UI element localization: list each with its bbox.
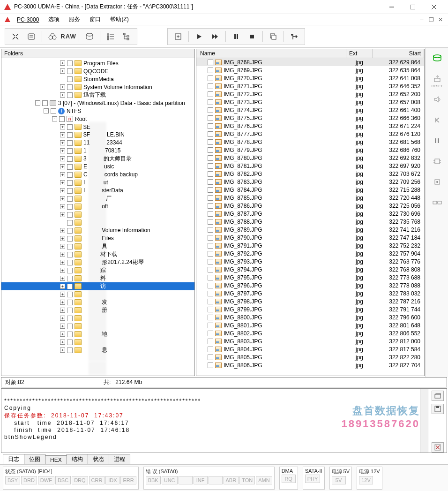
checkbox[interactable] — [208, 171, 213, 177]
checkbox[interactable] — [67, 308, 73, 313]
checkbox[interactable] — [67, 132, 73, 138]
tree-row[interactable]: + 册 — [1, 306, 194, 314]
checkbox[interactable] — [67, 284, 73, 289]
tree-row[interactable]: +E usic — [1, 163, 194, 171]
file-row[interactable]: IMG_8785.JPGjpg322 720 448 — [196, 194, 424, 202]
file-row[interactable]: IMG_8797.JPGjpg322 783 032 — [196, 289, 424, 297]
expand-icon[interactable]: + — [60, 212, 65, 217]
checkbox[interactable] — [208, 163, 213, 169]
tree-row[interactable]: +QQCODE — [1, 67, 194, 75]
expand-icon[interactable]: + — [60, 324, 65, 329]
checkbox[interactable] — [67, 204, 73, 210]
tree-row[interactable]: + oft — [1, 203, 194, 211]
tab-bitmap[interactable]: 位图 — [24, 454, 45, 464]
tree-row[interactable]: + 访 — [1, 282, 194, 290]
tree-row[interactable]: + — [1, 338, 194, 346]
file-row[interactable]: IMG_8780.JPGjpg322 692 832 — [196, 154, 424, 162]
checkbox[interactable] — [208, 227, 213, 233]
menu-window[interactable]: 窗口 — [86, 15, 105, 24]
checkbox[interactable] — [208, 68, 213, 73]
log-text[interactable]: ****************************************… — [1, 389, 420, 453]
expand-icon[interactable]: + — [60, 332, 65, 337]
expand-icon[interactable]: + — [60, 140, 65, 145]
checkbox[interactable] — [67, 76, 73, 82]
file-row[interactable]: IMG_8769.JPGjpg322 635 864 — [196, 66, 424, 74]
tree-row[interactable]: StormMedia — [1, 75, 194, 83]
file-row[interactable]: IMG_8777.JPGjpg322 676 120 — [196, 130, 424, 138]
checkbox[interactable] — [67, 316, 73, 321]
checkbox[interactable] — [208, 275, 213, 280]
export-icon[interactable] — [171, 30, 186, 43]
file-row[interactable]: IMG_8791.JPGjpg322 752 232 — [196, 242, 424, 249]
expand-icon[interactable]: + — [60, 60, 65, 66]
checkbox[interactable] — [208, 283, 213, 288]
expand-icon[interactable]: + — [60, 172, 65, 177]
checkbox[interactable] — [208, 251, 213, 257]
checkbox[interactable] — [67, 292, 73, 297]
expand-icon[interactable]: + — [60, 300, 65, 305]
exit-icon[interactable] — [287, 30, 302, 43]
checkbox[interactable] — [208, 115, 213, 121]
tree-row[interactable]: + 材下载 — [1, 250, 194, 258]
file-row[interactable]: IMG_8801.JPGjpg322 801 648 — [196, 321, 424, 329]
expand-icon[interactable]: + — [60, 124, 65, 129]
tree-row[interactable]: + — [1, 322, 194, 330]
col-start[interactable]: Start — [373, 49, 424, 58]
tab-structure[interactable]: 结构 — [67, 454, 88, 464]
col-ext[interactable]: Ext — [346, 49, 373, 58]
script-icon[interactable] — [24, 30, 39, 43]
checkbox[interactable] — [208, 123, 213, 129]
checkbox[interactable] — [208, 331, 213, 336]
tree-row[interactable]: -iNTFS — [1, 107, 194, 115]
tree-row[interactable]: + Files — [1, 234, 194, 242]
sound-icon[interactable] — [430, 92, 445, 107]
checkbox[interactable] — [67, 156, 73, 162]
expand-icon[interactable]: - — [52, 116, 57, 121]
expand-icon[interactable]: + — [60, 188, 65, 193]
checkbox[interactable] — [208, 76, 213, 81]
menu-services[interactable]: 服务 — [65, 15, 84, 24]
file-row[interactable]: IMG_8792.JPGjpg322 757 904 — [196, 249, 424, 257]
log-scrollbar[interactable] — [420, 389, 428, 453]
checkbox[interactable] — [208, 291, 213, 296]
mdi-minimize-icon[interactable]: – — [418, 16, 426, 23]
checkbox[interactable] — [208, 363, 213, 368]
tree-row[interactable]: + 发 — [1, 298, 194, 306]
checkbox[interactable] — [67, 244, 73, 249]
checkbox[interactable] — [208, 347, 213, 352]
checkbox[interactable] — [208, 91, 213, 97]
checkbox[interactable] — [67, 84, 73, 90]
file-row[interactable]: IMG_8800.JPGjpg322 796 600 — [196, 313, 424, 321]
tree-row[interactable]: + 形2017.2.24彬琴 — [1, 258, 194, 266]
file-row[interactable]: IMG_8787.JPGjpg322 730 696 — [196, 210, 424, 218]
checkbox[interactable] — [67, 180, 73, 186]
checkbox[interactable] — [67, 252, 73, 257]
file-row[interactable]: IMG_8790.JPGjpg322 747 184 — [196, 234, 424, 242]
expand-icon[interactable]: + — [60, 308, 65, 313]
checkbox[interactable] — [67, 212, 73, 218]
checkbox[interactable] — [208, 259, 213, 264]
file-row[interactable]: IMG_8784.JPGjpg322 715 288 — [196, 186, 424, 194]
checkbox[interactable] — [59, 116, 65, 122]
tree-row[interactable]: + 息 — [1, 346, 194, 354]
checkbox[interactable] — [51, 108, 56, 114]
tree-row[interactable]: +C cords backup — [1, 171, 194, 179]
expand-icon[interactable]: + — [60, 347, 65, 353]
checkbox[interactable] — [208, 131, 213, 137]
expand-icon[interactable]: + — [60, 276, 65, 281]
expand-icon[interactable]: + — [60, 292, 65, 297]
expand-icon[interactable]: + — [60, 92, 65, 98]
log-save-icon[interactable] — [432, 404, 444, 414]
file-row[interactable]: IMG_8782.JPGjpg322 703 672 — [196, 170, 424, 178]
file-row[interactable]: IMG_8781.JPGjpg322 697 920 — [196, 162, 424, 170]
list-icon[interactable] — [103, 30, 118, 43]
tab-status[interactable]: 状态 — [88, 454, 109, 464]
expand-icon[interactable]: + — [60, 196, 65, 201]
tools-icon[interactable] — [8, 30, 23, 43]
tree-row[interactable]: +3 的大师目录 — [1, 155, 194, 163]
file-list[interactable]: IMG_8768.JPGjpg322 629 864IMG_8769.JPGjp… — [196, 58, 424, 376]
tree-row[interactable]: -3 [07] - (Windows/Linux) Data - Basic d… — [1, 99, 194, 107]
tree-row[interactable]: + Volume Information — [1, 227, 194, 234]
tree-row[interactable]: +1 70815 — [1, 147, 194, 155]
file-row[interactable]: IMG_8772.JPGjpg322 652 200 — [196, 90, 424, 98]
